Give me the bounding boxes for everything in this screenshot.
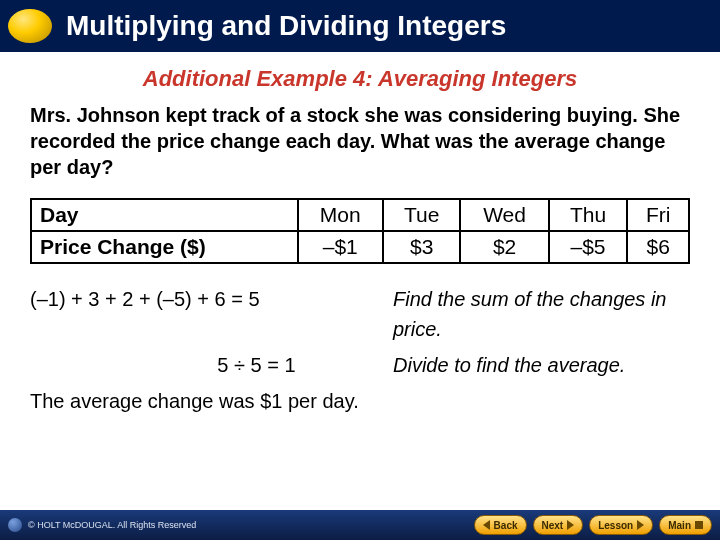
row-label-day: Day [31, 199, 298, 231]
sum-note: Find the sum of the changes in price. [393, 284, 690, 344]
back-label: Back [494, 520, 518, 531]
lesson-button[interactable]: Lesson [589, 515, 653, 535]
conclusion-text: The average change was $1 per day. [30, 386, 690, 416]
lesson-arrow-icon [637, 520, 644, 530]
day-cell: Mon [298, 199, 383, 231]
row-label-price: Price Change ($) [31, 231, 298, 263]
value-cell: $6 [627, 231, 689, 263]
value-cell: $3 [383, 231, 461, 263]
main-stop-icon [695, 521, 703, 529]
divide-expression: 5 ÷ 5 = 1 [30, 350, 393, 380]
back-button[interactable]: Back [474, 515, 527, 535]
next-label: Next [542, 520, 564, 531]
problem-text: Mrs. Johnson kept track of a stock she w… [30, 102, 690, 180]
price-change-table: Day Mon Tue Wed Thu Fri Price Change ($)… [30, 198, 690, 264]
page-title: Multiplying and Dividing Integers [66, 10, 506, 42]
back-arrow-icon [483, 520, 490, 530]
bullet-icon [8, 9, 52, 43]
day-cell: Wed [460, 199, 548, 231]
day-cell: Thu [549, 199, 628, 231]
next-button[interactable]: Next [533, 515, 584, 535]
next-arrow-icon [567, 520, 574, 530]
value-cell: –$1 [298, 231, 383, 263]
copyright-text: © HOLT McDOUGAL. All Rights Reserved [28, 520, 196, 530]
divide-note: Divide to find the average. [393, 350, 690, 380]
title-bar: Multiplying and Dividing Integers [0, 0, 720, 52]
footer-bar: © HOLT McDOUGAL. All Rights Reserved Bac… [0, 510, 720, 540]
table-row: Price Change ($) –$1 $3 $2 –$5 $6 [31, 231, 689, 263]
content-area: Mrs. Johnson kept track of a stock she w… [0, 102, 720, 416]
lesson-label: Lesson [598, 520, 633, 531]
work-row: 5 ÷ 5 = 1 Divide to find the average. [30, 350, 690, 380]
example-subtitle: Additional Example 4: Averaging Integers [0, 66, 720, 92]
day-cell: Fri [627, 199, 689, 231]
sum-expression: (–1) + 3 + 2 + (–5) + 6 = 5 [30, 284, 393, 344]
main-button[interactable]: Main [659, 515, 712, 535]
worked-solution: (–1) + 3 + 2 + (–5) + 6 = 5 Find the sum… [30, 284, 690, 416]
value-cell: –$5 [549, 231, 628, 263]
day-cell: Tue [383, 199, 461, 231]
value-cell: $2 [460, 231, 548, 263]
table-row: Day Mon Tue Wed Thu Fri [31, 199, 689, 231]
main-label: Main [668, 520, 691, 531]
publisher-logo-icon [8, 518, 22, 532]
work-row: (–1) + 3 + 2 + (–5) + 6 = 5 Find the sum… [30, 284, 690, 344]
